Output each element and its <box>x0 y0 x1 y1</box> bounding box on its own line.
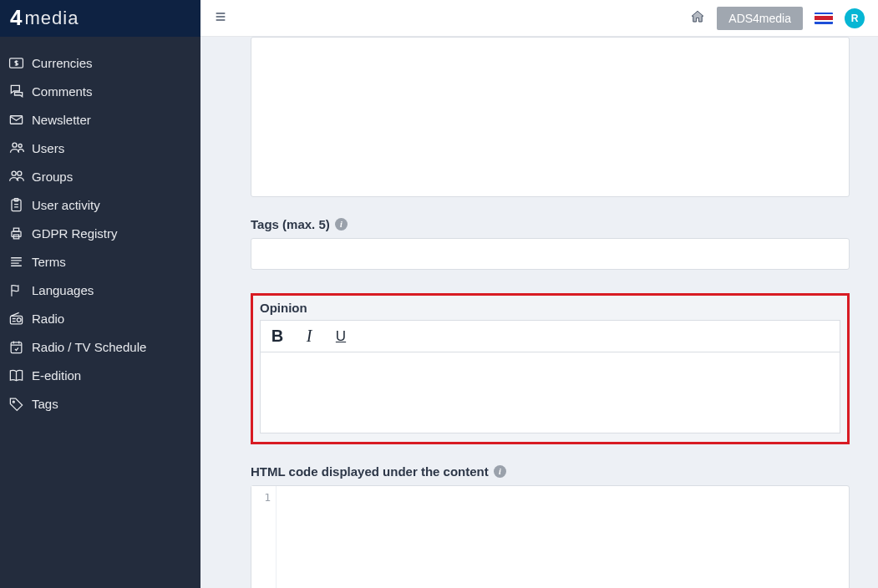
editor-toolbar: B I U <box>261 321 840 352</box>
sidebar-item-comments[interactable]: Comments <box>0 77 200 105</box>
topbar: ADS4media R <box>200 0 878 37</box>
svg-point-4 <box>12 171 16 175</box>
sidebar-menu: Currencies Comments Newsletter Users Gro… <box>0 37 200 418</box>
sidebar: 4 media Currencies Comments Newsletter <box>0 0 200 588</box>
code-body[interactable] <box>277 486 849 588</box>
html-code-editor[interactable]: 1 <box>251 485 850 588</box>
sidebar-item-label: Users <box>32 141 64 155</box>
sidebar-item-label: Comments <box>32 84 93 99</box>
svg-point-3 <box>18 144 22 148</box>
sidebar-item-label: GDPR Registry <box>32 226 118 241</box>
html-code-label: HTML code displayed under the content <box>251 464 489 479</box>
opinion-editor: B I U <box>260 320 840 433</box>
svg-point-2 <box>13 143 17 147</box>
radio-icon <box>8 311 32 327</box>
language-flag-uk[interactable] <box>815 13 833 24</box>
group-icon <box>8 168 32 185</box>
sidebar-item-label: User activity <box>32 198 100 212</box>
brand-mark: 4 <box>10 5 21 31</box>
sidebar-item-currencies[interactable]: Currencies <box>0 48 200 77</box>
sidebar-item-label: Newsletter <box>32 113 91 127</box>
user-avatar[interactable]: R <box>845 8 865 28</box>
home-icon[interactable] <box>690 9 705 27</box>
svg-rect-9 <box>13 228 18 231</box>
sidebar-item-label: Languages <box>32 283 94 297</box>
tags-label-row: Tags (max. 5) i <box>251 217 850 231</box>
svg-rect-1 <box>10 115 22 124</box>
sidebar-item-newsletter[interactable]: Newsletter <box>0 105 200 134</box>
sidebar-item-terms[interactable]: Terms <box>0 247 200 276</box>
svg-rect-8 <box>12 231 21 236</box>
brand-name: media <box>24 8 79 29</box>
flag-icon <box>8 282 32 298</box>
editor-body[interactable] <box>261 352 840 433</box>
previous-textarea-block <box>251 37 850 197</box>
sidebar-item-users[interactable]: Users <box>0 134 200 162</box>
svg-point-14 <box>13 401 14 403</box>
clipboard-icon <box>8 197 32 213</box>
calendar-icon <box>8 339 32 355</box>
tag-icon <box>8 396 32 412</box>
sidebar-item-label: Terms <box>32 255 66 269</box>
sidebar-item-schedule[interactable]: Radio / TV Schedule <box>0 332 200 361</box>
dollar-icon <box>8 55 32 71</box>
bold-button[interactable]: B <box>269 327 286 346</box>
sidebar-item-user-activity[interactable]: User activity <box>0 190 200 219</box>
sidebar-item-groups[interactable]: Groups <box>0 162 200 190</box>
sidebar-item-label: Groups <box>32 170 73 184</box>
printer-icon <box>8 226 32 241</box>
envelope-icon <box>8 112 32 128</box>
speech-bubbles-icon <box>8 83 32 99</box>
italic-button[interactable]: I <box>301 327 317 346</box>
brand-logo[interactable]: 4 media <box>0 0 200 37</box>
sidebar-item-languages[interactable]: Languages <box>0 276 200 304</box>
sidebar-item-tags[interactable]: Tags <box>0 389 200 418</box>
sidebar-item-radio[interactable]: Radio <box>0 304 200 332</box>
code-line-gutter: 1 <box>251 486 277 588</box>
ads-button[interactable]: ADS4media <box>717 7 803 30</box>
svg-point-12 <box>17 317 21 322</box>
document-lines-icon <box>8 254 32 270</box>
svg-rect-13 <box>11 342 22 352</box>
book-icon <box>8 368 32 383</box>
tags-label: Tags (max. 5) <box>251 217 330 231</box>
sidebar-item-label: Radio / TV Schedule <box>32 340 146 354</box>
html-label-row: HTML code displayed under the content i <box>251 464 850 479</box>
menu-toggle-icon[interactable] <box>214 10 227 27</box>
large-textarea[interactable] <box>251 37 850 197</box>
sidebar-item-label: E-edition <box>32 368 81 383</box>
info-icon[interactable]: i <box>335 218 348 231</box>
sidebar-item-label: Tags <box>32 397 58 411</box>
main-content: Tags (max. 5) i Opinion B I U HTML code … <box>200 37 878 588</box>
sidebar-item-label: Currencies <box>32 56 93 70</box>
opinion-section-highlighted: Opinion B I U <box>251 293 850 444</box>
opinion-label: Opinion <box>260 301 840 315</box>
svg-point-5 <box>18 171 22 175</box>
info-icon[interactable]: i <box>494 465 506 478</box>
sidebar-item-gdpr[interactable]: GDPR Registry <box>0 219 200 247</box>
users-icon <box>8 139 32 156</box>
line-number: 1 <box>251 491 271 504</box>
sidebar-item-label: Radio <box>32 312 64 326</box>
underline-button[interactable]: U <box>332 328 349 345</box>
sidebar-item-eedition[interactable]: E-edition <box>0 361 200 389</box>
tags-input[interactable] <box>251 238 850 270</box>
